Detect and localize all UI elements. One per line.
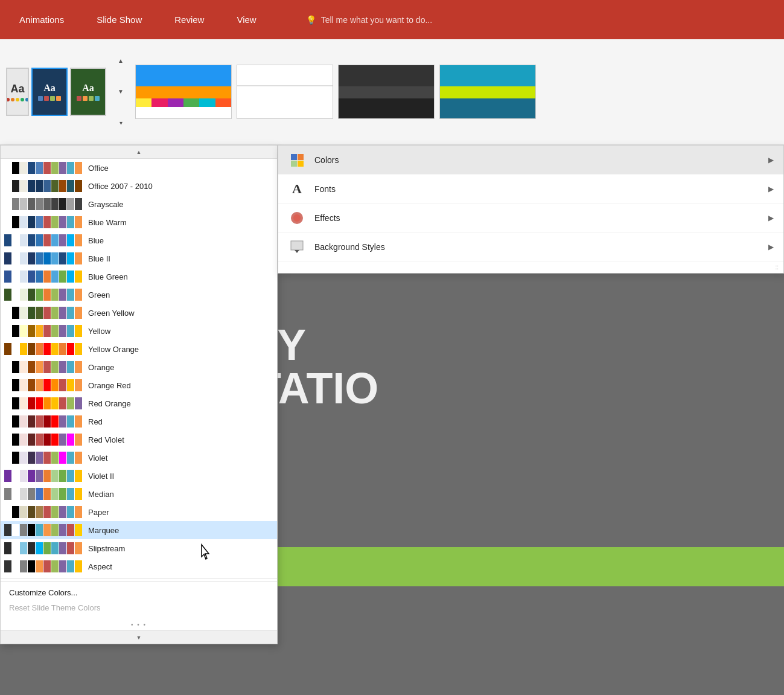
color-swatches-14: [4, 415, 82, 428]
color-item-orange[interactable]: Orange: [1, 358, 277, 376]
theme-large-3[interactable]: [338, 65, 435, 119]
color-swatches-2: [4, 198, 82, 210]
color-name-label: Orange Red: [88, 381, 131, 390]
customize-colors-link[interactable]: Customize Colors...: [7, 585, 271, 600]
tab-review[interactable]: Review: [167, 10, 211, 30]
color-item-blue_ii[interactable]: Blue II: [1, 249, 277, 267]
theme-thumb-2[interactable]: Aa: [31, 68, 68, 116]
scroll-down-arrow[interactable]: ▼: [115, 86, 127, 98]
scroll-more-arrow[interactable]: ▾: [115, 117, 127, 129]
color-name-label: Green: [88, 290, 110, 299]
theme-large-1[interactable]: [135, 65, 232, 119]
scroll-up-button[interactable]: ▲: [1, 146, 277, 159]
color-swatches-21: [4, 542, 82, 554]
color-swatches-15: [4, 434, 82, 446]
color-name-label: Yellow: [88, 327, 110, 336]
color-item-orange_red[interactable]: Orange Red: [1, 376, 277, 394]
search-label: Tell me what you want to do...: [321, 15, 432, 25]
color-name-label: Green Yellow: [88, 309, 135, 318]
color-name-label: Orange: [88, 363, 114, 372]
panel-item-effects[interactable]: Effects ▶: [278, 203, 783, 232]
color-name-label: Marquee: [88, 526, 119, 535]
color-swatches-22: [4, 560, 82, 572]
tab-animations[interactable]: Animations: [12, 10, 71, 30]
right-panel: Colors ▶ A Fonts ▶ Effects ▶: [278, 145, 784, 274]
color-name-label: Slipstream: [88, 544, 125, 553]
svg-rect-0: [291, 154, 297, 160]
panel-item-bg-styles[interactable]: Background Styles ▶: [278, 232, 783, 261]
color-item-red[interactable]: Red: [1, 412, 277, 431]
colors-label: Colors: [314, 155, 768, 165]
color-name-label: Aspect: [88, 562, 112, 571]
panel-item-colors[interactable]: Colors ▶: [278, 146, 783, 175]
color-item-grayscale[interactable]: Grayscale: [1, 195, 277, 213]
bg-styles-icon: [288, 238, 306, 256]
themes-row: Aa Aa Aa: [0, 39, 784, 145]
color-item-marquee[interactable]: Marquee: [1, 521, 277, 539]
color-item-slipstream[interactable]: Slipstream: [1, 539, 277, 557]
svg-rect-2: [291, 161, 297, 167]
color-swatches-10: [4, 343, 82, 355]
color-swatches-18: [4, 488, 82, 500]
color-item-green_yellow[interactable]: Green Yellow: [1, 304, 277, 322]
theme-large-4[interactable]: [439, 65, 536, 119]
color-item-blue_green[interactable]: Blue Green: [1, 267, 277, 286]
color-item-office_2007_-_2010[interactable]: Office 2007 - 2010: [1, 177, 277, 195]
theme-thumb-current[interactable]: Aa: [6, 68, 29, 116]
color-item-green[interactable]: Green: [1, 286, 277, 304]
colors-arrow: ▶: [768, 156, 774, 164]
color-item-red_orange[interactable]: Red Orange: [1, 394, 277, 412]
divider: [1, 578, 277, 578]
search-lightbulb-icon: 💡: [306, 15, 316, 25]
reset-theme-link: Reset Slide Theme Colors: [7, 600, 271, 615]
color-name-label: Violet II: [88, 472, 114, 481]
color-name-label: Median: [88, 490, 114, 499]
color-name-label: Red Orange: [88, 399, 131, 408]
color-name-label: Office 2007 - 2010: [88, 182, 153, 191]
color-swatches-7: [4, 289, 82, 301]
color-items-container: OfficeOffice 2007 - 2010GrayscaleBlue Wa…: [1, 159, 277, 575]
color-name-label: Blue Green: [88, 272, 128, 281]
color-item-yellow_orange[interactable]: Yellow Orange: [1, 340, 277, 358]
theme-large-2[interactable]: [237, 65, 333, 119]
bg-styles-arrow: ▶: [768, 243, 774, 251]
color-name-label: Grayscale: [88, 200, 124, 209]
corner-indicator: ::: [278, 261, 783, 273]
color-item-violet[interactable]: Violet: [1, 449, 277, 467]
color-name-label: Blue: [88, 236, 104, 245]
color-item-yellow[interactable]: Yellow: [1, 322, 277, 340]
color-item-median[interactable]: Median: [1, 485, 277, 503]
effects-label: Effects: [314, 213, 768, 223]
scroll-down-button[interactable]: ▼: [1, 630, 277, 644]
fonts-icon: A: [288, 180, 306, 198]
color-item-blue[interactable]: Blue: [1, 231, 277, 249]
color-item-red_violet[interactable]: Red Violet: [1, 431, 277, 449]
color-name-label: Paper: [88, 508, 109, 517]
svg-rect-1: [298, 154, 304, 160]
search-bar[interactable]: 💡 Tell me what you want to do...: [306, 15, 432, 25]
resize-handle: • • •: [1, 619, 277, 630]
color-name-label: Red Violet: [88, 435, 124, 444]
color-item-paper[interactable]: Paper: [1, 503, 277, 521]
panel-item-fonts[interactable]: A Fonts ▶: [278, 175, 783, 203]
tab-view[interactable]: View: [229, 10, 263, 30]
theme-thumb-3[interactable]: Aa: [70, 68, 106, 116]
effects-arrow: ▶: [768, 214, 774, 222]
scroll-up-arrow[interactable]: ▲: [115, 55, 127, 67]
color-swatches-1: [4, 180, 82, 192]
effects-icon: [288, 209, 306, 227]
svg-rect-6: [291, 241, 303, 250]
color-item-violet_ii[interactable]: Violet II: [1, 467, 277, 485]
color-swatches-4: [4, 234, 82, 246]
color-swatches-0: [4, 162, 82, 174]
color-item-aspect[interactable]: Aspect: [1, 557, 277, 575]
color-name-label: Yellow Orange: [88, 345, 139, 354]
svg-point-5: [293, 214, 301, 222]
color-swatches-20: [4, 524, 82, 536]
color-swatches-11: [4, 361, 82, 373]
color-swatches-6: [4, 271, 82, 283]
color-swatches-12: [4, 379, 82, 391]
color-item-office[interactable]: Office: [1, 159, 277, 177]
tab-slideshow[interactable]: Slide Show: [89, 10, 149, 30]
color-item-blue_warm[interactable]: Blue Warm: [1, 213, 277, 231]
